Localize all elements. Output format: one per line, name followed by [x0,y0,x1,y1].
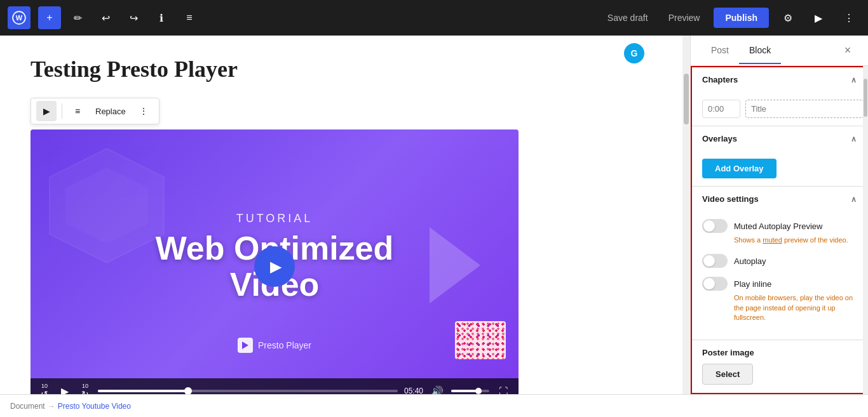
video-thumbnail-preview [455,321,506,359]
video-settings-label: Video settings [702,194,759,204]
forward-button[interactable]: 10 ↻ [79,383,92,394]
add-overlay-button[interactable]: Add Overlay [702,159,776,178]
autoplay-toggle[interactable] [702,254,728,268]
rewind-button[interactable]: 10 ↺ [38,383,51,394]
scrollbar-thumb [684,74,689,124]
sidebar-content: Chapters ∧ + Overlays ∧ [691,66,868,394]
poster-image-section: Poster image Select [692,340,867,392]
replace-button[interactable]: Replace [90,104,131,119]
autoplay-label: Autoplay [734,256,766,266]
chapter-title-input[interactable] [745,100,864,118]
progress-dot [184,387,192,394]
video-settings-toggle-icon: ∧ [851,195,857,204]
redo-button[interactable]: ↪ [122,6,145,29]
volume-icon: 🔊 [431,385,444,395]
tab-post[interactable]: Post [701,37,739,64]
block-more-button[interactable]: ⋮ [133,101,154,121]
play-inline-row: Play inline [702,277,857,291]
progress-fill [98,390,188,392]
volume-dot [475,388,482,394]
video-play-button[interactable]: ▶ [254,246,295,287]
play-inline-setting: Play inline On mobile browsers, play the… [702,277,857,322]
pencil-icon: ✏ [74,12,82,24]
breadcrumb-document[interactable]: Document [10,402,45,411]
main-area: G Testing Presto Player ▶ ≡ Replace ⋮ [0,36,868,394]
align-icon: ≡ [75,106,80,116]
list-view-button[interactable]: ≡ [178,6,201,29]
undo-button[interactable]: ↩ [94,6,117,29]
svg-marker-4 [430,227,480,303]
bg-arrow-shape [430,227,480,306]
toolbar-right: Save draft Preview Publish ⚙ ▶ ⋮ [601,6,860,29]
volume-fill [451,390,478,392]
video-settings-section: Video settings ∧ Muted Autoplay Preview [692,187,867,340]
undo-icon: ↩ [102,12,110,24]
tools-button[interactable]: ▶ [807,6,830,29]
video-time: 05:40 [404,387,423,394]
bottom-bar: Document → Presto Youtube Video [0,394,868,417]
sidebar-scrollbar-thumb [864,79,867,117]
presto-logo-text: Presto Player [258,340,311,350]
video-player[interactable]: TUTORIAL Web Optimized Video ▶ Presto Pl… [31,129,519,394]
settings-button[interactable]: ⚙ [776,6,799,29]
save-draft-button[interactable]: Save draft [601,9,654,27]
breadcrumb-page[interactable]: Presto Youtube Video [58,402,131,411]
video-settings-header[interactable]: Video settings ∧ [692,187,867,211]
edit-button[interactable]: ✏ [66,6,89,29]
chapters-section: Chapters ∧ + [692,67,867,126]
play-inline-toggle-knob [703,278,715,289]
video-tutorial-label: TUTORIAL [153,212,397,225]
collaborator-avatar: G [624,43,644,63]
sidebar-scrollbar[interactable] [863,66,868,394]
fullscreen-icon: ⛶ [499,386,508,394]
muted-autoplay-label: Muted Autoplay Preview [734,222,822,231]
add-block-toolbar-button[interactable]: + [38,6,61,29]
muted-autoplay-toggle[interactable] [702,219,728,233]
play-inline-label: Play inline [734,279,771,289]
info-icon: ℹ [159,12,163,24]
autoplay-toggle-knob [703,255,715,267]
play-inline-toggle[interactable] [702,277,728,291]
preview-button[interactable]: Preview [662,9,707,27]
sidebar-close-button[interactable]: × [837,41,858,61]
svg-text:W: W [16,14,23,22]
volume-button[interactable]: 🔊 [430,383,445,394]
overlays-section: Overlays ∧ Add Overlay [692,126,867,187]
forward-icon: 10 [82,383,88,389]
info-button[interactable]: ℹ [150,6,173,29]
poster-select-button[interactable]: Select [702,364,753,385]
video-controls: 10 ↺ ▶ 10 ↻ 05:40 🔊 [31,378,519,394]
wp-logo-icon: W [12,11,26,25]
fullscreen-button[interactable]: ⛶ [496,383,511,394]
block-video-type-button[interactable]: ▶ [36,101,57,121]
autoplay-row: Autoplay [702,254,857,268]
tab-block[interactable]: Block [739,37,781,64]
video-settings-body: Muted Autoplay Preview Shows a muted pre… [692,211,867,340]
chapters-section-header[interactable]: Chapters ∧ [692,67,867,92]
wp-logo[interactable]: W [8,6,31,29]
tools-icon: ▶ [815,12,822,24]
editor-area: G Testing Presto Player ▶ ≡ Replace ⋮ [0,36,682,394]
editor-scrollbar[interactable] [682,36,690,394]
bg-shape-icon [43,142,170,269]
plus-icon: + [46,12,52,23]
volume-bar[interactable] [451,390,489,392]
chapter-time-input[interactable] [702,100,740,118]
play-pause-button[interactable]: ▶ [57,383,72,394]
main-toolbar: W + ✏ ↩ ↪ ℹ ≡ Save draft Preview Publish… [0,0,868,36]
block-align-button[interactable]: ≡ [67,101,88,121]
video-block-icon: ▶ [43,106,50,116]
rewind-icon: 10 [41,383,48,389]
sidebar-tabs: Post Block × [691,36,868,66]
list-view-icon: ≡ [186,12,192,23]
thumbnail-image [455,321,506,359]
autoplay-setting: Autoplay [702,254,857,268]
progress-bar[interactable] [98,390,398,392]
play-pause-icon: ▶ [61,385,69,395]
overlays-label: Overlays [702,134,737,143]
more-options-button[interactable]: ⋮ [837,6,860,29]
play-icon: ▶ [270,258,281,275]
overlays-section-header[interactable]: Overlays ∧ [692,126,867,151]
publish-button[interactable]: Publish [714,8,769,28]
chapters-toggle-icon: ∧ [851,76,857,84]
